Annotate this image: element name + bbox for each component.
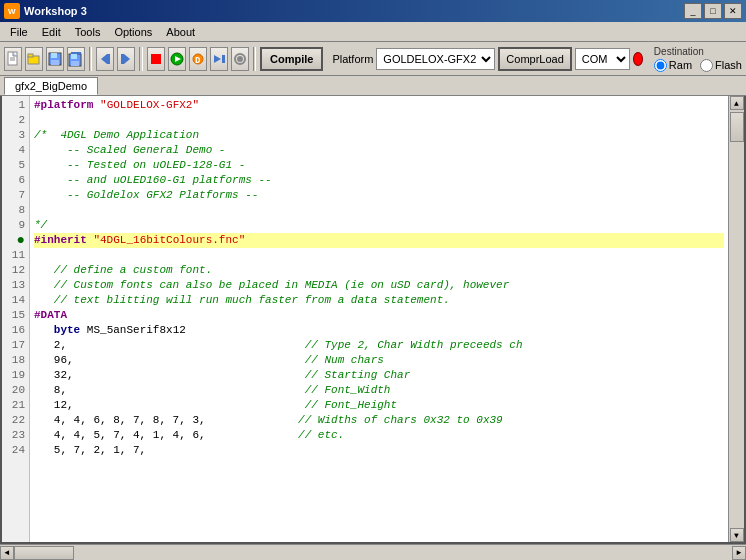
scroll-right-button[interactable]: ► (732, 546, 746, 560)
svg-rect-6 (28, 54, 33, 57)
menu-options[interactable]: Options (108, 23, 158, 41)
platform-label: Platform (332, 53, 373, 65)
toolbar: D Compile Platform GOLDELOX-GFX2 PICASO … (0, 42, 746, 76)
code-line-20: 8, // Font_Width (34, 383, 724, 398)
code-line-11 (34, 248, 724, 263)
code-line-21: 12, // Font_Height (34, 398, 724, 413)
h-scroll-track[interactable] (14, 546, 732, 560)
svg-marker-23 (214, 55, 221, 63)
save-button[interactable] (46, 47, 64, 71)
code-line-23: 4, 4, 5, 7, 4, 1, 4, 6, // etc. (34, 428, 724, 443)
destination-flash-label: Flash (715, 59, 742, 71)
code-line-19: 32, // Starting Char (34, 368, 724, 383)
destination-label: Destination (654, 46, 742, 57)
code-line-15: #DATA (34, 308, 724, 323)
svg-rect-17 (121, 54, 124, 64)
code-line-24: 5, 7, 2, 1, 7, (34, 443, 724, 458)
svg-rect-12 (71, 61, 79, 66)
destination-ram[interactable]: Ram (654, 59, 692, 72)
code-line-17: 2, // Type 2, Char Width preceeds ch (34, 338, 724, 353)
destination-ram-label: Ram (669, 59, 692, 71)
toolbar-separator-3 (253, 47, 256, 71)
save-all-button[interactable] (67, 47, 85, 71)
svg-text:W: W (8, 7, 16, 16)
vertical-scrollbar[interactable]: ▲ ▼ (728, 96, 744, 542)
scroll-track[interactable] (730, 110, 744, 528)
svg-rect-15 (107, 54, 110, 64)
svg-marker-16 (124, 54, 130, 64)
settings-button[interactable] (231, 47, 249, 71)
horizontal-scrollbar[interactable]: ◄ ► (0, 544, 746, 560)
destination-radios: Ram Flash (654, 59, 742, 72)
scroll-thumb[interactable] (730, 112, 744, 142)
destination-flash[interactable]: Flash (700, 59, 742, 72)
code-line-16: byte MS_5anSerif8x12 (34, 323, 724, 338)
code-line-4: -- Scaled General Demo - (34, 143, 724, 158)
svg-rect-8 (51, 53, 57, 58)
tab-bar: gfx2_BigDemo (0, 76, 746, 96)
connection-indicator (633, 52, 643, 66)
scroll-up-button[interactable]: ▲ (730, 96, 744, 110)
window-controls: _ □ ✕ (684, 3, 742, 19)
comprload-button[interactable]: ComprLoad (498, 47, 571, 71)
code-area[interactable]: #platform "GOLDELOX-GFX2"/* 4DGL Demo Ap… (30, 96, 728, 460)
menu-about[interactable]: About (160, 23, 201, 41)
svg-rect-13 (71, 52, 81, 54)
menu-tools[interactable]: Tools (69, 23, 107, 41)
maximize-button[interactable]: □ (704, 3, 722, 19)
line-numbers: 123456789●1112131415161718192021222324 (2, 96, 30, 542)
scroll-left-button[interactable]: ◄ (0, 546, 14, 560)
com-port-select[interactable]: COM 1 COM 2 COM 3 COM 4 (575, 48, 630, 70)
toolbar-separator-2 (139, 47, 142, 71)
title-text: Workshop 3 (24, 5, 87, 17)
editor-container: 123456789●1112131415161718192021222324 #… (0, 96, 746, 544)
step-button[interactable] (210, 47, 228, 71)
minimize-button[interactable]: _ (684, 3, 702, 19)
compile-button[interactable]: Compile (260, 47, 323, 71)
h-scroll-thumb[interactable] (14, 546, 74, 560)
title-bar: W Workshop 3 _ □ ✕ (0, 0, 746, 22)
code-line-2 (34, 113, 724, 128)
svg-rect-24 (222, 55, 225, 63)
svg-rect-11 (71, 54, 77, 59)
forward-button[interactable] (117, 47, 135, 71)
open-button[interactable] (25, 47, 43, 71)
code-line-1: #platform "GOLDELOX-GFX2" (34, 98, 724, 113)
toolbar-separator-1 (89, 47, 92, 71)
tab-gfx2-bigdemo[interactable]: gfx2_BigDemo (4, 77, 98, 95)
code-line-7: -- Goldelox GFX2 Platforms -- (34, 188, 724, 203)
code-line-5: -- Tested on uOLED-128-G1 - (34, 158, 724, 173)
svg-text:D: D (195, 56, 201, 66)
code-line-14: // text blitting will run much faster fr… (34, 293, 724, 308)
svg-marker-14 (101, 54, 107, 64)
run-button[interactable] (168, 47, 186, 71)
scroll-down-button[interactable]: ▼ (730, 528, 744, 542)
close-button[interactable]: ✕ (724, 3, 742, 19)
new-button[interactable] (4, 47, 22, 71)
code-line-3: /* 4DGL Demo Application (34, 128, 724, 143)
platform-select[interactable]: GOLDELOX-GFX2 PICASO DIABLO16 (376, 48, 495, 70)
code-line-6: -- and uOLED160-G1 platforms -- (34, 173, 724, 188)
svg-rect-9 (51, 60, 59, 65)
code-line-9: */ (34, 218, 724, 233)
menu-edit[interactable]: Edit (36, 23, 67, 41)
app-icon: W (4, 3, 20, 19)
code-line-12: // define a custom font. (34, 263, 724, 278)
stop-button[interactable] (147, 47, 165, 71)
debug-button[interactable]: D (189, 47, 207, 71)
svg-rect-18 (151, 54, 161, 64)
menu-bar: File Edit Tools Options About (0, 22, 746, 42)
code-line-10: #inherit "4DGL_16bitColours.fnc" (34, 233, 724, 248)
code-line-8 (34, 203, 724, 218)
back-button[interactable] (96, 47, 114, 71)
destination-group: Destination Ram Flash (654, 46, 742, 72)
code-line-22: 4, 4, 6, 8, 7, 8, 7, 3, // Widths of cha… (34, 413, 724, 428)
menu-file[interactable]: File (4, 23, 34, 41)
code-line-18: 96, // Num chars (34, 353, 724, 368)
code-line-13: // Custom fonts can also be placed in ME… (34, 278, 724, 293)
svg-point-25 (237, 56, 243, 62)
title-bar-left: W Workshop 3 (4, 3, 87, 19)
